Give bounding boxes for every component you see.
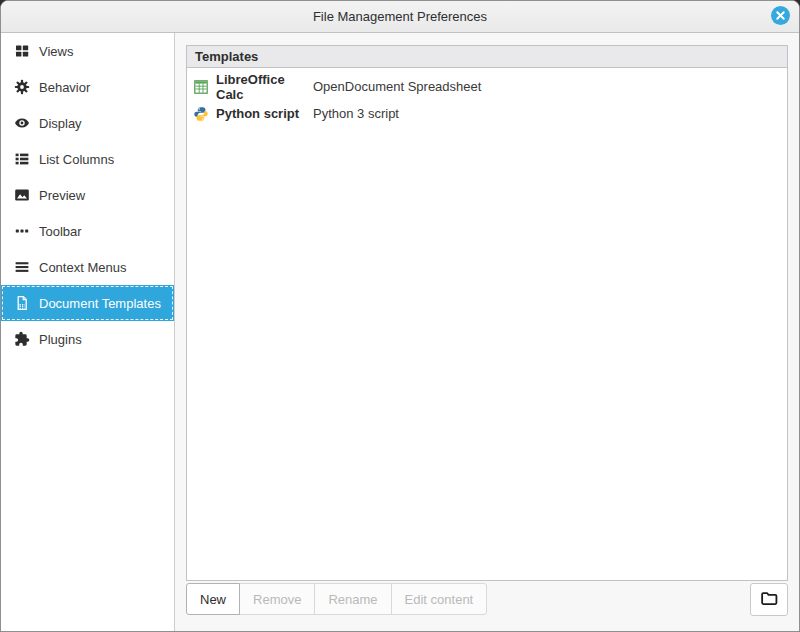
sidebar-item-label: Display <box>39 116 82 131</box>
sidebar-item-label: Context Menus <box>39 260 126 275</box>
folder-icon <box>760 589 778 610</box>
templates-column-header[interactable]: Templates <box>187 46 787 68</box>
sidebar-item-label: Toolbar <box>39 224 82 239</box>
preferences-window: File Management Preferences Views <box>0 0 800 632</box>
template-row-python-script[interactable]: Python script Python 3 script <box>187 100 787 127</box>
rename-template-button[interactable]: Rename <box>314 583 391 615</box>
ellipsis-icon <box>14 223 30 239</box>
templates-header-label: Templates <box>195 49 258 64</box>
sidebar-item-document-templates[interactable]: Document Templates <box>1 285 174 321</box>
sidebar-item-toolbar[interactable]: Toolbar <box>1 213 174 249</box>
puzzle-icon <box>14 331 30 347</box>
sidebar-item-context-menus[interactable]: Context Menus <box>1 249 174 285</box>
open-templates-folder-button[interactable] <box>750 583 788 616</box>
sidebar-item-label: Document Templates <box>39 296 161 311</box>
list-columns-icon <box>14 151 30 167</box>
templates-frame: Templates LibreOffice Calc OpenDocumen <box>186 45 788 581</box>
sidebar-item-label: Behavior <box>39 80 90 95</box>
menu-lines-icon <box>14 259 30 275</box>
libreoffice-calc-icon <box>193 79 209 95</box>
sidebar-item-behavior[interactable]: Behavior <box>1 69 174 105</box>
sidebar-item-plugins[interactable]: Plugins <box>1 321 174 357</box>
gear-icon <box>14 79 30 95</box>
sidebar-item-label: Plugins <box>39 332 82 347</box>
remove-template-button[interactable]: Remove <box>239 583 315 615</box>
template-name: Python script <box>216 106 313 121</box>
template-description: OpenDocument Spreadsheet <box>313 79 481 94</box>
views-grid-icon <box>14 43 30 59</box>
template-name: LibreOffice Calc <box>216 72 313 102</box>
python-icon <box>193 106 209 122</box>
sidebar-item-label: Views <box>39 44 73 59</box>
template-row-libreoffice-calc[interactable]: LibreOffice Calc OpenDocument Spreadshee… <box>187 73 787 100</box>
sidebar-item-preview[interactable]: Preview <box>1 177 174 213</box>
edit-content-button[interactable]: Edit content <box>391 583 488 615</box>
close-button[interactable] <box>770 6 791 27</box>
new-template-button[interactable]: New <box>186 583 240 615</box>
window-title: File Management Preferences <box>313 9 487 24</box>
document-template-icon <box>14 295 30 311</box>
main-pane: Templates LibreOffice Calc OpenDocumen <box>175 33 799 631</box>
template-actions-bar: New Remove Rename Edit content <box>186 583 788 615</box>
sidebar-item-views[interactable]: Views <box>1 33 174 69</box>
sidebar-item-label: Preview <box>39 188 85 203</box>
template-description: Python 3 script <box>313 106 399 121</box>
sidebar: Views Behavior <box>1 33 175 631</box>
sidebar-item-label: List Columns <box>39 152 114 167</box>
sidebar-item-list-columns[interactable]: List Columns <box>1 141 174 177</box>
image-icon <box>14 187 30 203</box>
close-icon <box>770 5 791 29</box>
window-content: Views Behavior <box>1 33 799 631</box>
eye-icon <box>14 115 30 131</box>
sidebar-item-display[interactable]: Display <box>1 105 174 141</box>
titlebar: File Management Preferences <box>1 1 799 33</box>
template-list: LibreOffice Calc OpenDocument Spreadshee… <box>187 68 787 580</box>
